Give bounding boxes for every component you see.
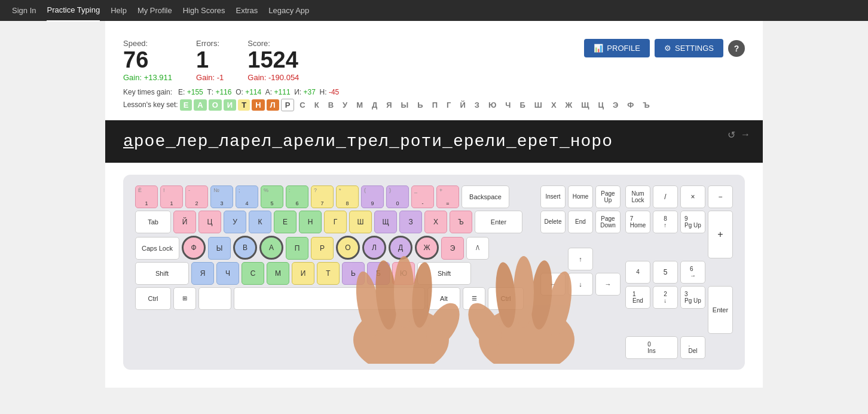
profile-button[interactable]: 📊 PROFILE [584, 39, 650, 57]
lesson-key-у: У [339, 99, 351, 111]
key-shift-left[interactable]: Shift [135, 262, 189, 285]
key-num-5[interactable]: 5 [653, 261, 678, 284]
key-й[interactable]: Й [173, 211, 196, 233]
key-ш[interactable]: Ш [349, 211, 372, 233]
key-з[interactable]: З [399, 211, 422, 233]
lesson-key-х: Х [548, 99, 560, 111]
lesson-key-ж: Ж [562, 99, 576, 111]
key-numlock[interactable]: NumLock [625, 185, 650, 208]
key-4[interactable]: ;4 [236, 185, 258, 208]
key-к[interactable]: К [249, 211, 271, 233]
lesson-key-л: Л [267, 99, 279, 111]
typing-area[interactable]: ↺ → арое_лер_ларел_арели_трел_роти_ерели… [105, 120, 763, 163]
speed-gain-value: +13.911 [144, 73, 172, 82]
key-equals[interactable]: += [436, 185, 459, 208]
key-minus[interactable]: _- [411, 185, 434, 208]
key-num-slash[interactable]: / [653, 185, 678, 208]
nav-practice[interactable]: Practice Typing [47, 0, 100, 22]
key-num-enter[interactable]: Enter [708, 286, 733, 334]
settings-button[interactable]: ⚙ SETTINGS [655, 39, 723, 57]
key-delete[interactable]: Delete [540, 211, 566, 233]
nav-legacy[interactable]: Legacy App [268, 0, 309, 21]
key-ъ2[interactable]: Ъ [450, 211, 472, 233]
key-alt-left[interactable] [198, 287, 231, 310]
lesson-key-п: П [429, 99, 441, 111]
key-2[interactable]: -2 [185, 185, 208, 208]
key-num-2[interactable]: 2↓ [653, 286, 678, 309]
key-win[interactable]: ⊞ [173, 287, 196, 310]
key-щ[interactable]: Щ [374, 211, 397, 233]
key-num-dot[interactable]: .Del [680, 336, 705, 359]
key-num-star[interactable]: × [680, 185, 705, 208]
key-5[interactable]: %5 [261, 185, 283, 208]
key-num-0[interactable]: 0Ins [625, 336, 678, 359]
nav-extras[interactable]: Extras [236, 0, 258, 21]
key-end[interactable]: End [568, 211, 593, 233]
key-times-row: Key times gain: Е: +155 Т: +116 О: +114 … [123, 88, 745, 96]
key-home[interactable]: Home [568, 185, 593, 208]
key-num-4[interactable]: 4 [625, 261, 650, 284]
key-п[interactable]: П [286, 237, 308, 260]
lesson-key-р: Р [281, 99, 295, 111]
lesson-keys-label: Lesson's key set: [123, 101, 178, 109]
key-num-7[interactable]: 7Home [625, 211, 650, 233]
key-pageup[interactable]: PageUp [595, 185, 621, 208]
key-ц[interactable]: Ц [198, 211, 221, 233]
key-time-A: А: +111 [265, 88, 291, 96]
lesson-key-к: К [311, 99, 323, 111]
key-в[interactable]: В [233, 236, 257, 260]
errors-block: Errors: 1 Gain: -1 [196, 39, 224, 82]
key-у[interactable]: У [224, 211, 246, 233]
key-num-8[interactable]: 8↑ [653, 211, 678, 233]
key-tab[interactable]: Tab [135, 211, 171, 233]
gear-icon: ⚙ [664, 44, 671, 53]
nav-highscores[interactable]: High Scores [183, 0, 225, 21]
key-num-6[interactable]: 6→ [680, 261, 705, 284]
key-х[interactable]: Х [424, 211, 447, 233]
key-ctrl-left[interactable]: Ctrl [135, 287, 171, 310]
key-и[interactable]: И [292, 262, 314, 285]
help-button[interactable]: ? [728, 40, 745, 57]
key-а[interactable]: А [259, 236, 283, 260]
key-num-1[interactable]: 1End [625, 286, 650, 309]
key-time-T: Т: +116 [207, 88, 231, 96]
key-num-3[interactable]: 3Pg Up [680, 286, 705, 309]
forward-icon[interactable]: → [741, 129, 751, 141]
key-м[interactable]: М [267, 262, 289, 285]
key-ы[interactable]: Ы [208, 237, 231, 260]
key-г[interactable]: Г [324, 211, 347, 233]
key-я[interactable]: Я [191, 262, 214, 285]
key-num-minus[interactable]: − [708, 185, 733, 208]
nav-signin[interactable]: Sign In [12, 0, 36, 21]
speed-gain-label: Gain: +13.911 [123, 73, 172, 82]
key-0[interactable]: )0 [386, 185, 409, 208]
key-9[interactable]: (9 [361, 185, 384, 208]
undo-icon[interactable]: ↺ [728, 129, 736, 141]
key-capslock[interactable]: Caps Lock [135, 237, 179, 260]
key-yo[interactable]: Ё1 [135, 185, 158, 208]
lesson-key-и: И [224, 99, 236, 111]
key-backspace[interactable]: Backspace [461, 185, 509, 208]
key-8[interactable]: *8 [336, 185, 359, 208]
key-с[interactable]: С [242, 262, 264, 285]
key-1[interactable]: !1 [160, 185, 183, 208]
key-6[interactable]: :6 [286, 185, 308, 208]
key-ф[interactable]: Ф [182, 236, 206, 260]
key-ч[interactable]: Ч [216, 262, 239, 285]
kb-row-1: Ё1 !1 -2 №3 ;4 %5 :6 ?7 *8 (9 )0 _- += B… [135, 185, 530, 208]
key-3[interactable]: №3 [210, 185, 233, 208]
key-е[interactable]: Е [274, 211, 297, 233]
key-7[interactable]: ?7 [311, 185, 334, 208]
key-enter[interactable]: Enter [475, 211, 522, 233]
main-container: Speed: 76 Gain: +13.911 Errors: 1 Gain: … [105, 21, 763, 388]
nav-help[interactable]: Help [111, 0, 127, 21]
key-pagedown[interactable]: PageDown [595, 211, 621, 233]
key-insert[interactable]: Insert [540, 185, 566, 208]
lesson-key-ь: Ь [414, 99, 426, 111]
key-num-9[interactable]: 9Pg Up [680, 211, 705, 233]
key-num-plus[interactable]: + [708, 211, 733, 258]
key-times-label: Key times gain: [123, 88, 172, 96]
score-gain-value: -190.054 [268, 73, 299, 82]
nav-profile[interactable]: My Profile [137, 0, 172, 21]
key-н[interactable]: Н [299, 211, 322, 233]
